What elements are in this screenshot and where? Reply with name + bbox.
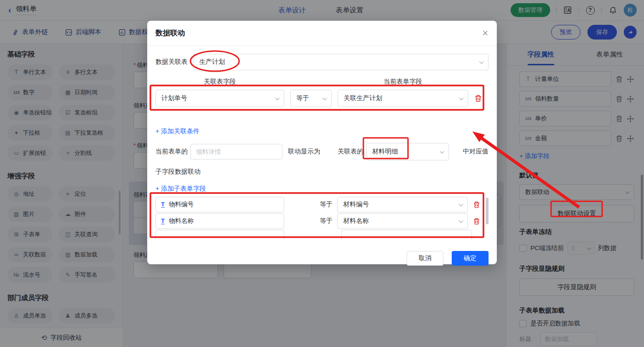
- chevron-down-icon: [459, 218, 463, 223]
- app-root: ‹ 领料单 表单设计 表单设置 数据管理 ?: [0, 0, 644, 347]
- chevron-down-icon: [440, 149, 444, 154]
- related-table-label: 数据关联表: [155, 58, 188, 66]
- subform-field-box[interactable]: T物料名称: [155, 213, 284, 229]
- condition-target-select[interactable]: 关联生产计划: [338, 90, 468, 107]
- mapping-row: 当前表单的 联动显示为 关联表的 材料明细 中对应值: [155, 143, 489, 160]
- related-display-select[interactable]: 材料明细: [366, 143, 449, 160]
- subfield-mapping-row: T物料编号 等于 材料编号: [155, 197, 489, 212]
- related-table-row: 数据关联表 生产计划: [155, 54, 489, 70]
- add-condition-link[interactable]: + 添加关联条件: [155, 127, 200, 136]
- condition-field-select[interactable]: 计划单号: [155, 90, 284, 107]
- modal-footer: 取消 确定: [407, 251, 489, 266]
- delete-subfield-icon[interactable]: [473, 218, 480, 225]
- condition-row: 计划单号 等于 关联生产计划: [155, 90, 489, 107]
- subfield-value-select[interactable]: 材料编号: [337, 197, 468, 212]
- subfield-value-select[interactable]: [341, 230, 472, 240]
- text-cursor-icon: T: [161, 201, 165, 208]
- related-field-header: 关联表字段: [155, 78, 284, 86]
- delete-subfield-icon[interactable]: [473, 201, 480, 208]
- confirm-button[interactable]: 确定: [452, 251, 489, 266]
- add-subfield-link[interactable]: + 添加子表单字段: [155, 185, 206, 193]
- subfield-mapping-row: T物料名称 等于 材料名称: [155, 213, 489, 229]
- cancel-button[interactable]: 取消: [407, 251, 443, 266]
- delete-condition-icon[interactable]: [475, 95, 482, 102]
- subfield-rows: T物料编号 等于 材料编号 T物料名称 等于 材料名称: [155, 197, 489, 240]
- condition-headers: 关联表字段 当前表单字段: [155, 78, 489, 86]
- chevron-down-icon: [479, 59, 484, 64]
- data-linkage-modal: 数据联动 ✕ 数据关联表 生产计划 关联表字段 当前表单字段 计划单号 等于: [147, 21, 497, 264]
- close-icon[interactable]: ✕: [482, 28, 489, 38]
- modal-title: 数据联动: [155, 28, 185, 38]
- add-condition-row: + 添加关联条件: [155, 127, 489, 136]
- subfield-linkage-title: 子字段数据联动: [155, 168, 489, 176]
- chevron-down-icon: [459, 202, 463, 206]
- chevron-down-icon: [275, 96, 280, 100]
- related-table-select[interactable]: 生产计划: [193, 54, 489, 70]
- current-form-field-input[interactable]: [190, 144, 282, 159]
- chevron-down-icon: [459, 96, 464, 100]
- subfield-mapping-row-clipped: [155, 230, 489, 240]
- chevron-down-icon: [322, 96, 327, 100]
- modal-header: 数据联动 ✕: [147, 21, 497, 46]
- subfield-value-select[interactable]: 材料名称: [337, 213, 468, 229]
- subform-field-box[interactable]: [155, 230, 284, 240]
- current-field-header: 当前表单字段: [338, 78, 468, 86]
- subform-field-box[interactable]: T物料编号: [155, 197, 284, 212]
- subfield-scrollbar[interactable]: [486, 198, 489, 224]
- modal-body: 数据关联表 生产计划 关联表字段 当前表单字段 计划单号 等于 关联生产计划: [147, 54, 497, 272]
- text-cursor-icon: T: [161, 218, 165, 224]
- condition-operator-select[interactable]: 等于: [290, 90, 332, 107]
- add-subfield-row: + 添加子表单字段: [155, 185, 489, 193]
